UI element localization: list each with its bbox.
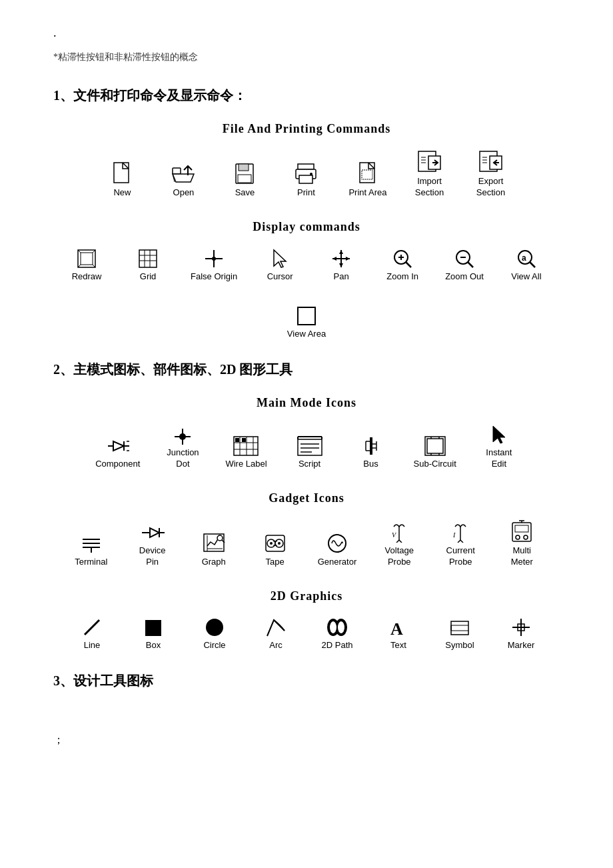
svg-point-12: [310, 173, 312, 175]
svg-rect-8: [238, 175, 251, 183]
current-probe-icon: I: [451, 521, 470, 543]
view-all-icon: a: [516, 249, 536, 269]
line-icon: [82, 617, 102, 637]
new-icon: [112, 162, 132, 185]
junction-dot-label: Junction Dot: [167, 447, 199, 470]
svg-point-118: [328, 535, 346, 552]
gadget-title: Gadget Icons: [53, 489, 560, 508]
terminal-label: Terminal: [75, 557, 107, 568]
component-label: Component: [95, 459, 140, 470]
icon-export-section: Export Section: [472, 151, 510, 199]
svg-rect-77: [298, 439, 322, 455]
icon-zoom-out: Zoom Out: [445, 249, 484, 283]
pan-icon: [331, 249, 351, 269]
icon-pan: Pan: [322, 249, 360, 283]
view-area-label: View Area: [287, 329, 326, 340]
pan-label: Pan: [334, 271, 349, 283]
device-pin-icon: [141, 523, 165, 543]
main-mode-icon-grid: Component Junction Dot Wire L: [53, 425, 560, 470]
icon-open: Open: [165, 165, 202, 199]
arc-icon: [266, 617, 286, 637]
icon-junction-dot: Junction Dot: [164, 429, 201, 470]
icon-generator: Generator: [318, 533, 357, 568]
multi-meter-icon: [511, 520, 532, 543]
instant-edit-icon: [491, 425, 507, 445]
wire-label-icon: [233, 436, 259, 456]
icon-marker: Marker: [502, 617, 540, 651]
zoom-out-label: Zoom Out: [445, 271, 484, 283]
svg-line-133: [85, 620, 99, 635]
terminal-icon: [81, 534, 101, 554]
icon-box: Box: [135, 619, 172, 651]
icon-multi-meter: Multi Meter: [503, 520, 540, 568]
icon-text: A Text: [380, 617, 417, 651]
file-printing-title: File And Printing Commands: [53, 119, 560, 139]
icon-script: Script: [291, 436, 328, 470]
svg-point-68: [179, 433, 186, 440]
icon-view-area: View Area: [287, 306, 326, 340]
display-icon-grid: Redraw Grid False Origin: [53, 249, 560, 341]
redraw-label: Redraw: [72, 271, 102, 283]
icon-line: Line: [73, 617, 111, 651]
sticky-note: *粘滞性按钮和非粘滞性按钮的概念: [53, 50, 560, 65]
cursor-label: Cursor: [267, 271, 293, 283]
icon-wire-label: Wire Label: [225, 436, 267, 470]
wire-label-label: Wire Label: [225, 459, 267, 470]
svg-rect-11: [299, 175, 312, 183]
svg-line-54: [468, 262, 473, 267]
svg-text:I: I: [452, 531, 456, 539]
dot-line: ·: [53, 27, 560, 46]
display-commands-title: Display commands: [53, 217, 560, 237]
cursor-icon: [272, 249, 288, 269]
svg-marker-48: [346, 257, 350, 261]
icon-view-all: a View All: [508, 249, 545, 283]
instant-edit-label: Instant Edit: [486, 447, 512, 470]
print-area-icon: [358, 162, 378, 185]
false-origin-icon: [204, 249, 224, 269]
svg-marker-45: [339, 250, 343, 254]
box-label: Box: [146, 640, 161, 651]
marker-label: Marker: [508, 640, 534, 651]
icon-voltage-probe: V Voltage Probe: [380, 521, 418, 568]
icon-instant-edit: Instant Edit: [480, 425, 518, 470]
bus-icon: [361, 436, 381, 456]
symbol-label: Symbol: [445, 640, 474, 651]
svg-point-139: [338, 621, 344, 633]
svg-rect-2: [173, 168, 181, 174]
icon-grid: Grid: [129, 249, 167, 283]
svg-rect-9: [298, 164, 314, 169]
svg-line-121: [396, 540, 399, 543]
device-pin-label: Device Pin: [139, 545, 166, 568]
svg-text:a: a: [522, 253, 526, 263]
icon-new: New: [103, 162, 141, 199]
svg-rect-0: [114, 163, 129, 183]
zoom-in-label: Zoom In: [386, 271, 418, 283]
false-origin-label: False Origin: [191, 271, 237, 283]
open-icon: [172, 165, 195, 185]
text-label: Text: [390, 640, 406, 651]
section1-heading: 1、文件和打印命令及显示命令：: [53, 85, 560, 106]
symbol-icon: [450, 619, 470, 637]
icon-sub-circuit: Sub-Circuit: [414, 436, 456, 470]
multi-meter-label: Multi Meter: [511, 545, 533, 568]
grid-label: Grid: [140, 271, 157, 283]
icon-current-probe: I Current Probe: [442, 521, 479, 568]
component-icon: [107, 436, 129, 456]
graph-icon: [203, 533, 225, 554]
svg-rect-141: [451, 621, 468, 635]
text-icon: A: [388, 617, 408, 637]
script-label: Script: [299, 459, 320, 470]
svg-rect-134: [145, 620, 161, 636]
icon-cursor: Cursor: [261, 249, 299, 283]
bus-label: Bus: [363, 459, 378, 470]
open-label: Open: [173, 187, 195, 199]
svg-marker-97: [493, 426, 505, 443]
arc-label: Arc: [269, 640, 283, 651]
svg-point-41: [212, 257, 216, 261]
zoom-in-icon: [392, 249, 412, 269]
semicolon-line: ；: [53, 731, 560, 749]
new-label: New: [113, 187, 131, 199]
svg-line-57: [530, 262, 535, 267]
svg-marker-103: [150, 528, 159, 537]
svg-marker-3: [173, 174, 194, 182]
